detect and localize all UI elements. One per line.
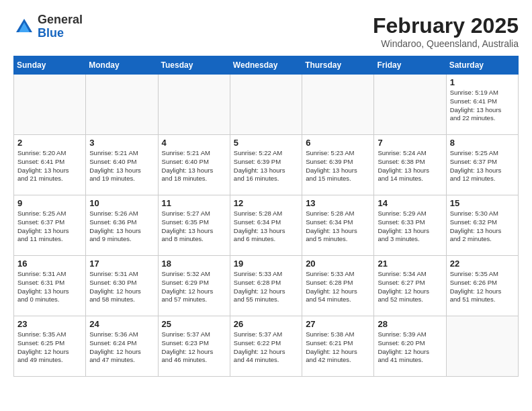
day-number: 22 (450, 259, 515, 269)
day-info: Sunrise: 5:26 AM Sunset: 6:36 PM Dayligh… (89, 210, 154, 244)
day-info: Sunrise: 5:25 AM Sunset: 6:37 PM Dayligh… (450, 149, 515, 183)
day-number: 20 (306, 259, 370, 269)
day-number: 9 (17, 198, 82, 208)
day-info: Sunrise: 5:35 AM Sunset: 6:26 PM Dayligh… (450, 270, 515, 304)
day-number: 16 (17, 259, 82, 269)
calendar-cell: 8Sunrise: 5:25 AM Sunset: 6:37 PM Daylig… (446, 135, 518, 195)
calendar-cell: 16Sunrise: 5:31 AM Sunset: 6:31 PM Dayli… (14, 256, 86, 316)
day-info: Sunrise: 5:22 AM Sunset: 6:39 PM Dayligh… (234, 149, 298, 183)
calendar-cell: 10Sunrise: 5:26 AM Sunset: 6:36 PM Dayli… (86, 195, 158, 256)
logo: General Blue (13, 13, 83, 40)
calendar-header-row: SundayMondayTuesdayWednesdayThursdayFrid… (14, 56, 519, 75)
day-info: Sunrise: 5:27 AM Sunset: 6:35 PM Dayligh… (162, 210, 226, 244)
day-header-sunday: Sunday (14, 56, 86, 75)
calendar-cell: 19Sunrise: 5:33 AM Sunset: 6:28 PM Dayli… (230, 256, 302, 316)
day-number: 13 (306, 198, 370, 208)
logo-text: General Blue (38, 13, 83, 40)
calendar-cell: 13Sunrise: 5:28 AM Sunset: 6:34 PM Dayli… (302, 195, 374, 256)
day-info: Sunrise: 5:38 AM Sunset: 6:21 PM Dayligh… (306, 330, 370, 365)
day-number: 8 (450, 138, 515, 148)
calendar-cell: 12Sunrise: 5:28 AM Sunset: 6:34 PM Dayli… (230, 195, 302, 256)
day-number: 12 (234, 198, 298, 208)
calendar-cell (14, 75, 86, 135)
day-info: Sunrise: 5:33 AM Sunset: 6:28 PM Dayligh… (234, 270, 298, 304)
day-info: Sunrise: 5:33 AM Sunset: 6:28 PM Dayligh… (306, 270, 370, 304)
day-info: Sunrise: 5:24 AM Sunset: 6:38 PM Dayligh… (378, 149, 442, 183)
week-row-3: 9Sunrise: 5:25 AM Sunset: 6:37 PM Daylig… (14, 195, 519, 256)
calendar-cell: 2Sunrise: 5:20 AM Sunset: 6:41 PM Daylig… (14, 135, 86, 195)
day-info: Sunrise: 5:21 AM Sunset: 6:40 PM Dayligh… (89, 149, 154, 183)
day-number: 19 (234, 259, 298, 269)
month-title: February 2025 (373, 13, 519, 38)
calendar-cell: 9Sunrise: 5:25 AM Sunset: 6:37 PM Daylig… (14, 195, 86, 256)
day-info: Sunrise: 5:32 AM Sunset: 6:29 PM Dayligh… (162, 270, 226, 304)
day-number: 4 (162, 138, 226, 148)
calendar-cell: 20Sunrise: 5:33 AM Sunset: 6:28 PM Dayli… (302, 256, 374, 316)
day-number: 21 (378, 259, 442, 269)
day-info: Sunrise: 5:35 AM Sunset: 6:25 PM Dayligh… (17, 330, 82, 365)
day-header-saturday: Saturday (446, 56, 518, 75)
day-number: 2 (17, 138, 82, 148)
page-header: General Blue February 2025 Windaroo, Que… (13, 13, 519, 49)
day-info: Sunrise: 5:28 AM Sunset: 6:34 PM Dayligh… (234, 210, 298, 244)
calendar-cell: 28Sunrise: 5:39 AM Sunset: 6:20 PM Dayli… (374, 316, 446, 377)
week-row-2: 2Sunrise: 5:20 AM Sunset: 6:41 PM Daylig… (14, 135, 519, 195)
day-info: Sunrise: 5:34 AM Sunset: 6:27 PM Dayligh… (378, 270, 442, 304)
calendar-cell: 5Sunrise: 5:22 AM Sunset: 6:39 PM Daylig… (230, 135, 302, 195)
week-row-1: 1Sunrise: 5:19 AM Sunset: 6:41 PM Daylig… (14, 75, 519, 135)
day-header-tuesday: Tuesday (158, 56, 230, 75)
calendar-cell: 15Sunrise: 5:30 AM Sunset: 6:32 PM Dayli… (446, 195, 518, 256)
calendar-cell: 25Sunrise: 5:37 AM Sunset: 6:23 PM Dayli… (158, 316, 230, 377)
location: Windaroo, Queensland, Australia (373, 38, 519, 49)
day-info: Sunrise: 5:31 AM Sunset: 6:30 PM Dayligh… (89, 270, 154, 304)
calendar-cell (158, 75, 230, 135)
calendar-cell: 1Sunrise: 5:19 AM Sunset: 6:41 PM Daylig… (446, 75, 518, 135)
day-number: 5 (234, 138, 298, 148)
calendar-cell (446, 316, 518, 377)
calendar-cell (374, 75, 446, 135)
calendar-cell: 7Sunrise: 5:24 AM Sunset: 6:38 PM Daylig… (374, 135, 446, 195)
day-info: Sunrise: 5:29 AM Sunset: 6:33 PM Dayligh… (378, 210, 442, 244)
calendar-cell (86, 75, 158, 135)
day-number: 11 (162, 198, 226, 208)
calendar-cell: 21Sunrise: 5:34 AM Sunset: 6:27 PM Dayli… (374, 256, 446, 316)
day-number: 23 (17, 319, 82, 329)
calendar-cell: 26Sunrise: 5:37 AM Sunset: 6:22 PM Dayli… (230, 316, 302, 377)
day-header-friday: Friday (374, 56, 446, 75)
day-info: Sunrise: 5:31 AM Sunset: 6:31 PM Dayligh… (17, 270, 82, 304)
day-info: Sunrise: 5:37 AM Sunset: 6:23 PM Dayligh… (162, 330, 226, 365)
day-info: Sunrise: 5:37 AM Sunset: 6:22 PM Dayligh… (234, 330, 298, 365)
day-info: Sunrise: 5:19 AM Sunset: 6:41 PM Dayligh… (450, 89, 515, 123)
day-number: 3 (89, 138, 154, 148)
calendar-cell: 3Sunrise: 5:21 AM Sunset: 6:40 PM Daylig… (86, 135, 158, 195)
calendar-cell: 6Sunrise: 5:23 AM Sunset: 6:39 PM Daylig… (302, 135, 374, 195)
day-info: Sunrise: 5:20 AM Sunset: 6:41 PM Dayligh… (17, 149, 82, 183)
logo-blue: Blue (38, 26, 64, 40)
calendar-cell: 14Sunrise: 5:29 AM Sunset: 6:33 PM Dayli… (374, 195, 446, 256)
day-number: 17 (89, 259, 154, 269)
calendar-cell (230, 75, 302, 135)
day-number: 7 (378, 138, 442, 148)
week-row-4: 16Sunrise: 5:31 AM Sunset: 6:31 PM Dayli… (14, 256, 519, 316)
day-number: 10 (89, 198, 154, 208)
day-number: 26 (234, 319, 298, 329)
calendar-cell: 24Sunrise: 5:36 AM Sunset: 6:24 PM Dayli… (86, 316, 158, 377)
day-info: Sunrise: 5:28 AM Sunset: 6:34 PM Dayligh… (306, 210, 370, 244)
title-block: February 2025 Windaroo, Queensland, Aust… (373, 13, 519, 49)
day-number: 1 (450, 77, 515, 87)
day-info: Sunrise: 5:21 AM Sunset: 6:40 PM Dayligh… (162, 149, 226, 183)
day-number: 18 (162, 259, 226, 269)
day-number: 25 (162, 319, 226, 329)
calendar-cell (302, 75, 374, 135)
calendar-body: 1Sunrise: 5:19 AM Sunset: 6:41 PM Daylig… (14, 75, 519, 377)
day-info: Sunrise: 5:39 AM Sunset: 6:20 PM Dayligh… (378, 330, 442, 365)
day-number: 24 (89, 319, 154, 329)
day-header-thursday: Thursday (302, 56, 374, 75)
calendar-cell: 17Sunrise: 5:31 AM Sunset: 6:30 PM Dayli… (86, 256, 158, 316)
calendar-cell: 11Sunrise: 5:27 AM Sunset: 6:35 PM Dayli… (158, 195, 230, 256)
calendar-cell: 4Sunrise: 5:21 AM Sunset: 6:40 PM Daylig… (158, 135, 230, 195)
day-number: 14 (378, 198, 442, 208)
calendar-cell: 18Sunrise: 5:32 AM Sunset: 6:29 PM Dayli… (158, 256, 230, 316)
day-info: Sunrise: 5:23 AM Sunset: 6:39 PM Dayligh… (306, 149, 370, 183)
day-number: 6 (306, 138, 370, 148)
